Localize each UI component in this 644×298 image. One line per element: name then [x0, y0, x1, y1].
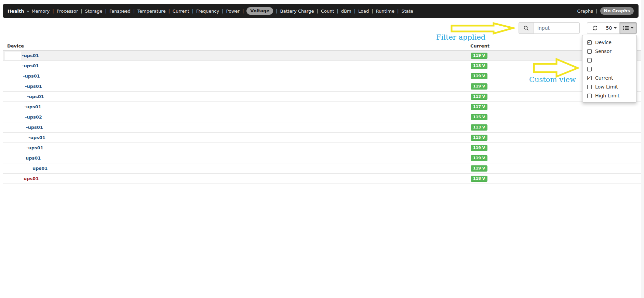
- nav-separator: |: [105, 9, 107, 14]
- device-link[interactable]: ups01: [26, 155, 41, 161]
- nav-separator: |: [81, 9, 82, 14]
- nav-item-current[interactable]: Current: [173, 9, 189, 14]
- column-toggle-label: Low Limit: [595, 84, 618, 90]
- vertical-scrollbar[interactable]: [641, 0, 644, 298]
- list-icon: [623, 26, 629, 30]
- columns-dropdown-button[interactable]: [620, 22, 637, 34]
- nav-separator: |: [354, 9, 355, 14]
- nav-item-fanspeed[interactable]: Fanspeed: [109, 9, 131, 14]
- column-header-current: Current: [470, 43, 489, 49]
- column-toggle-label: Sensor: [595, 49, 612, 54]
- redacted-device-prefix: [5, 175, 23, 183]
- nav-separator: |: [337, 9, 338, 14]
- caret-down-icon: [631, 27, 633, 29]
- voltage-value-badge: 115 V: [471, 135, 487, 141]
- refresh-button[interactable]: [587, 22, 603, 34]
- nav-item-runtime[interactable]: Runtime: [376, 9, 394, 14]
- redacted-device-prefix: [5, 164, 32, 173]
- device-link[interactable]: -ups02: [25, 114, 42, 120]
- page-title: Health: [8, 9, 24, 14]
- redacted-device-prefix: [5, 123, 25, 132]
- voltage-value-badge: 119 V: [471, 145, 487, 151]
- column-toggle-current[interactable]: Current: [582, 73, 636, 82]
- voltage-value-badge: 119 V: [471, 155, 487, 161]
- nav-item-temperature[interactable]: Temperature: [137, 9, 165, 14]
- column-toggle-label: High Limit: [595, 93, 619, 98]
- device-link[interactable]: ups01: [32, 166, 48, 171]
- navbar-right: Graphs | No Graphs: [577, 7, 634, 15]
- redacted-device-prefix: [5, 52, 21, 60]
- voltage-value-badge: 115 V: [471, 114, 487, 120]
- nav-item-frequency[interactable]: Frequency: [196, 9, 219, 14]
- nav-item-voltage[interactable]: Voltage: [246, 7, 273, 15]
- column-toggle-4[interactable]: [582, 65, 636, 73]
- nav-item-dbm[interactable]: dBm: [341, 9, 351, 14]
- column-header-device: Device: [7, 43, 24, 49]
- checkbox-icon[interactable]: [587, 67, 592, 71]
- device-link[interactable]: -ups01: [26, 125, 43, 130]
- column-toggle-3[interactable]: [582, 56, 636, 65]
- redacted-device-prefix: [5, 72, 22, 80]
- table-row: -ups01113 V: [3, 122, 641, 133]
- nav-item-battery-charge[interactable]: Battery Charge: [280, 9, 314, 14]
- redacted-device-prefix: [5, 154, 25, 162]
- nav-item-storage[interactable]: Storage: [85, 9, 103, 14]
- checkbox-icon[interactable]: [587, 58, 592, 63]
- checkbox-icon[interactable]: [587, 76, 592, 80]
- voltage-value-badge: 113 V: [471, 124, 487, 131]
- table-row: ups01119 V: [3, 153, 641, 163]
- breadcrumb-separator: »: [26, 9, 29, 14]
- column-toggle-sensor[interactable]: Sensor: [582, 47, 636, 56]
- checkbox-icon[interactable]: [587, 49, 592, 54]
- device-link[interactable]: ups01: [24, 176, 39, 181]
- checkbox-icon[interactable]: [587, 40, 592, 45]
- nav-item-count[interactable]: Count: [321, 9, 334, 14]
- voltage-value-badge: 118 V: [471, 176, 487, 182]
- filter-applied-label: Filter applied: [436, 33, 485, 41]
- refresh-icon: [592, 25, 598, 31]
- nav-item-memory[interactable]: Memory: [31, 9, 50, 14]
- column-toggle-low-limit[interactable]: Low Limit: [582, 82, 636, 91]
- device-link[interactable]: -ups01: [24, 104, 41, 109]
- checkbox-icon[interactable]: [587, 85, 592, 89]
- nav-item-power[interactable]: Power: [226, 9, 240, 14]
- nav-separator: |: [133, 9, 135, 14]
- device-link[interactable]: -ups01: [28, 135, 45, 140]
- nav-separator: |: [192, 9, 193, 14]
- table-row: -ups02115 V: [3, 112, 641, 122]
- voltage-value-badge: 117 V: [471, 104, 487, 110]
- nav-item-state[interactable]: State: [401, 9, 413, 14]
- column-toggle-label: Device: [595, 40, 612, 45]
- redacted-device-prefix: [5, 103, 24, 111]
- device-link[interactable]: -ups01: [26, 145, 43, 150]
- nav-graphs[interactable]: Graphs: [577, 9, 593, 14]
- table-row: -ups01113 V: [3, 92, 641, 102]
- nav-item-load[interactable]: Load: [358, 9, 369, 14]
- device-link[interactable]: -ups01: [22, 63, 39, 68]
- column-toggle-high-limit[interactable]: High Limit: [582, 91, 636, 100]
- redacted-device-prefix: [5, 62, 21, 70]
- columns-dropdown-menu: DeviceSensorCurrentLow LimitHigh Limit: [582, 35, 637, 103]
- voltage-value-badge: 119 V: [471, 83, 487, 90]
- device-link[interactable]: -ups01: [27, 94, 44, 99]
- table-row: -ups01115 V: [3, 133, 641, 143]
- redacted-device-prefix: [5, 113, 24, 121]
- nav-separator: |: [317, 9, 318, 14]
- device-link[interactable]: -ups01: [23, 73, 40, 79]
- nav-no-graphs[interactable]: No Graphs: [600, 7, 634, 15]
- redacted-device-prefix: [5, 144, 26, 152]
- nav-separator: |: [372, 9, 373, 14]
- nav-separator: |: [222, 9, 223, 14]
- device-link[interactable]: -ups01: [25, 84, 42, 89]
- custom-view-arrow: [532, 57, 580, 78]
- toolbar-button-group: 50: [587, 22, 637, 34]
- search-input[interactable]: [534, 22, 580, 34]
- nav-separator: |: [168, 9, 170, 14]
- column-toggle-device[interactable]: Device: [582, 38, 636, 47]
- page-size-dropdown[interactable]: 50: [603, 22, 620, 34]
- nav-item-processor[interactable]: Processor: [57, 9, 78, 14]
- redacted-device-prefix: [5, 93, 26, 101]
- search-group: [519, 22, 580, 34]
- device-link[interactable]: -ups01: [22, 53, 39, 58]
- checkbox-icon[interactable]: [587, 94, 592, 98]
